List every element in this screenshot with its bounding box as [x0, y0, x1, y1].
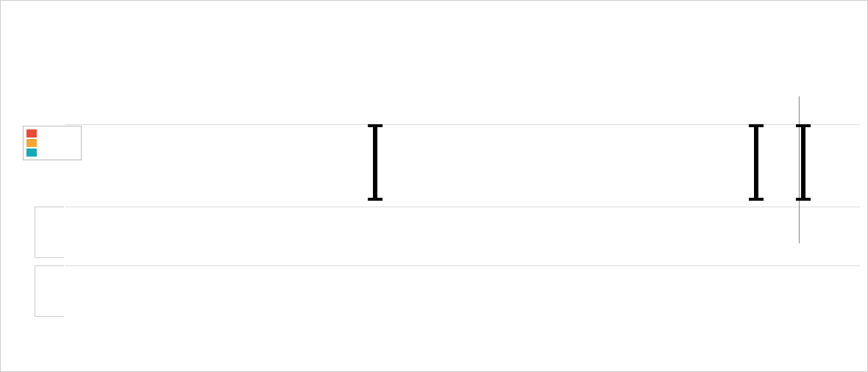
diagram-canvas — [0, 0, 868, 372]
swatch-quarter-icon — [26, 149, 37, 157]
run-date-group-1 — [35, 207, 64, 258]
marker-rolling-tail — [373, 126, 377, 199]
marker-incremental-tail — [754, 126, 758, 199]
lane-run1 — [65, 207, 860, 258]
lane-run2 — [65, 265, 860, 324]
vline-incremental-head — [799, 96, 800, 243]
top-strip — [65, 124, 860, 198]
legend-item-quarter — [26, 149, 78, 157]
swatch-month-icon — [26, 139, 37, 147]
run-date-group-2 — [35, 265, 64, 317]
legend-item-month — [26, 139, 78, 147]
marker-incremental-head — [801, 126, 805, 199]
legend-item-day — [26, 129, 78, 137]
swatch-day-icon — [26, 129, 37, 137]
legend — [23, 126, 82, 160]
